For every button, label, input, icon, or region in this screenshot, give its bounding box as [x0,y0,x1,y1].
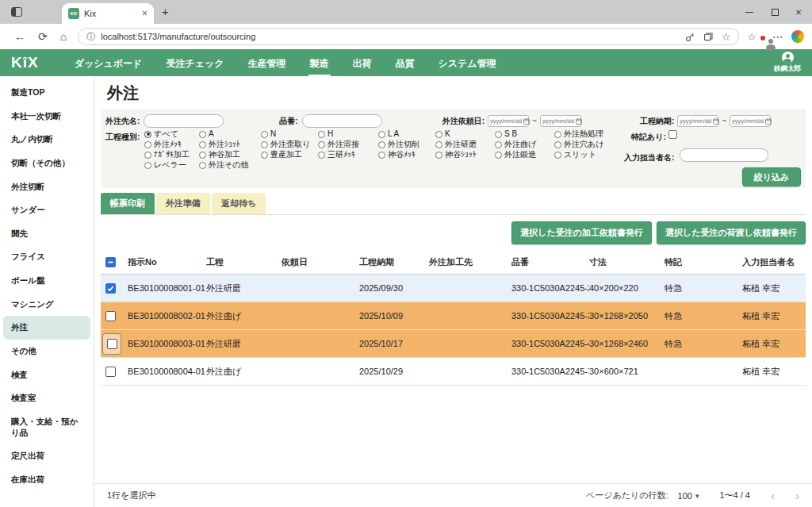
sidebar-item-purchase[interactable]: 購入・支給・預かり品 [3,410,90,444]
col-header-tokki[interactable]: 特記 [665,256,742,268]
site-info-icon[interactable]: ⓘ [86,31,95,43]
refresh-icon[interactable]: ⟳ [38,30,48,43]
sidebar-item-marunouchi-cut[interactable]: 丸ノ内切断 [3,128,90,152]
browser-tab[interactable]: KIX Kix × [62,3,154,24]
tab-close-icon[interactable]: × [142,8,147,19]
request-date-from-input[interactable]: yyyy/mm/dd [488,115,529,127]
nav-item-dashboard[interactable]: ダッシュボード [73,50,144,76]
nav-item-system[interactable]: システム管理 [437,50,498,76]
col-header-shiji-no[interactable]: 指示No [128,256,206,268]
process-radio-sanken[interactable]: 三研ﾒｯｷ [318,151,359,159]
rows-per-page-select[interactable]: 100 ▾ [678,491,699,501]
col-header-hinban[interactable]: 品番 [511,256,589,268]
process-radio-a[interactable]: A [199,130,248,138]
tab-print[interactable]: 帳票印刷 [101,193,155,214]
sidebar-item-machining[interactable]: マシニング [3,293,90,317]
back-icon[interactable]: ← [14,30,25,43]
user-menu[interactable]: 鉄鋼太郎 [774,52,801,74]
process-radio-sb[interactable]: S B [495,130,536,138]
process-radio-la[interactable]: L A [378,130,419,138]
process-radio-yousetsu[interactable]: 外注溶接 [318,140,359,148]
row-checkbox[interactable] [105,311,116,321]
col-header-sunpou[interactable]: 寸法 [589,256,665,268]
sidebar-item-outsource-cut[interactable]: 外注切断 [3,175,90,199]
process-radio-n[interactable]: N [261,130,310,138]
process-radio-kamiya-mekki[interactable]: 神谷ﾒｯｷ [378,151,419,159]
select-all-checkbox[interactable] [105,257,116,267]
nav-item-shipping[interactable]: 出荷 [351,50,373,76]
col-header-kakousaki[interactable]: 外注加工先 [429,256,511,268]
process-radio-k[interactable]: K [435,130,477,138]
sidebar-item-stock-ship[interactable]: 在庫出荷 [3,468,90,492]
nav-item-quality[interactable]: 品質 [394,50,416,76]
issue-delivery-request-button[interactable]: 選択した受注の荷渡し依頼書発行 [657,221,806,244]
sidebar-item-other[interactable]: その他 [3,340,90,363]
url-text[interactable]: localhost:5173/manufacture/outsourcing [101,32,684,41]
close-icon[interactable]: × [785,0,812,24]
process-radio-anaake[interactable]: 外注穴あけ [554,140,603,148]
part-input[interactable] [302,114,382,128]
url-bar[interactable]: ⓘ localhost:5173/manufacture/outsourcing… [78,28,739,45]
process-radio-subete[interactable]: すべて [144,130,190,138]
sidebar-item-seizo-top[interactable]: 製造TOP [3,81,90,105]
col-header-iraibi[interactable]: 依頼日 [282,256,359,268]
sidebar-item-outsourcing[interactable]: 外注 [3,316,90,340]
favorites-icon[interactable]: ☆ [747,31,756,43]
tab-prepare[interactable]: 外注準備 [156,193,210,214]
process-radio-hizumi[interactable]: 外注歪取り [261,140,310,148]
process-radio-h[interactable]: H [318,130,359,138]
sidebar-item-drill[interactable]: ボール盤 [3,269,90,293]
process-radio-slit[interactable]: スリット [554,151,603,159]
next-page-icon[interactable]: › [795,489,799,502]
table-row[interactable]: BE30100008004-01 外注曲げ 2025/10/29 330-1C5… [101,358,806,386]
copilot-icon[interactable] [791,30,804,43]
sidebar-item-honsha-cut[interactable]: 本社一次切断 [3,105,90,129]
add-favorite-icon[interactable]: ☆ [722,31,731,43]
row-checkbox[interactable] [107,339,117,349]
process-radio-kamiya-kako[interactable]: 神谷加工 [199,151,248,159]
col-header-kotei-nouki[interactable]: 工程納期 [359,256,429,268]
maximize-icon[interactable] [761,0,788,24]
sidebar-item-inspection[interactable]: 検査 [3,363,90,387]
sidebar-item-sander[interactable]: サンダー [3,198,90,222]
table-row[interactable]: BE30100008003-01 外注研磨 2025/10/17 330-1C5… [101,330,806,358]
nav-item-manufacture[interactable]: 製造 [308,50,331,76]
process-radio-kenma[interactable]: 外注研磨 [435,140,477,148]
minimize-icon[interactable] [736,0,763,24]
home-icon[interactable]: ⌂ [60,30,67,43]
prev-page-icon[interactable]: ‹ [771,489,775,502]
tab-return-wait[interactable]: 返却待ち [212,193,266,214]
process-radio-shot[interactable]: 外注ｼｮｯﾄ [199,140,248,148]
request-date-to-input[interactable]: yyyy/mm/dd [540,115,581,127]
row-checkbox[interactable] [105,283,116,294]
sidebar-item-kaisaki[interactable]: 開先 [3,222,90,246]
table-row[interactable]: BE30100008002-01 外注曲げ 2025/10/09 330-1C5… [101,302,806,330]
sidebar-item-fraise[interactable]: フライス [3,245,90,269]
process-radio-nagasaki[interactable]: ﾅｶﾞｻｷ加工 [144,151,190,159]
workspaces-icon[interactable] [11,7,22,17]
process-radio-housan[interactable]: 豊産加工 [261,151,310,159]
vendor-input[interactable] [144,114,224,128]
due-date-to-input[interactable]: yyyy/mm/dd [730,115,771,127]
process-radio-kamiya-shot[interactable]: 神谷ｼｮｯﾄ [435,151,477,159]
staff-input[interactable] [680,148,768,162]
sidebar-item-inspection-room[interactable]: 検査室 [3,386,90,410]
collections-icon[interactable] [703,32,714,42]
due-date-from-input[interactable]: yyyy/mm/dd [677,115,718,127]
sidebar-item-teijaku[interactable]: 定尺出荷 [3,444,90,468]
process-radio-tanzou[interactable]: 外注鍛造 [495,151,536,159]
more-options-icon[interactable]: ⋯ [772,30,783,43]
process-radio-sessaku[interactable]: 外注切削 [378,140,419,148]
nav-item-production[interactable]: 生産管理 [247,50,288,76]
filter-apply-button[interactable]: 絞り込み [742,167,801,186]
table-row[interactable]: BE30100008001-01 外注研磨 2025/09/30 330-1C5… [101,275,806,302]
nav-item-order-check[interactable]: 受注チェック [164,50,225,76]
app-logo[interactable]: KîX [11,54,39,71]
password-key-icon[interactable] [685,32,695,42]
col-header-kotei[interactable]: 工程 [206,256,282,268]
sidebar-item-cut-other[interactable]: 切断（その他） [3,152,90,175]
tokki-checkbox[interactable] [668,130,677,139]
row-checkbox[interactable] [105,367,116,377]
new-tab-icon[interactable]: + [162,5,169,18]
process-radio-mekki[interactable]: 外注ﾒｯｷ [144,140,190,148]
